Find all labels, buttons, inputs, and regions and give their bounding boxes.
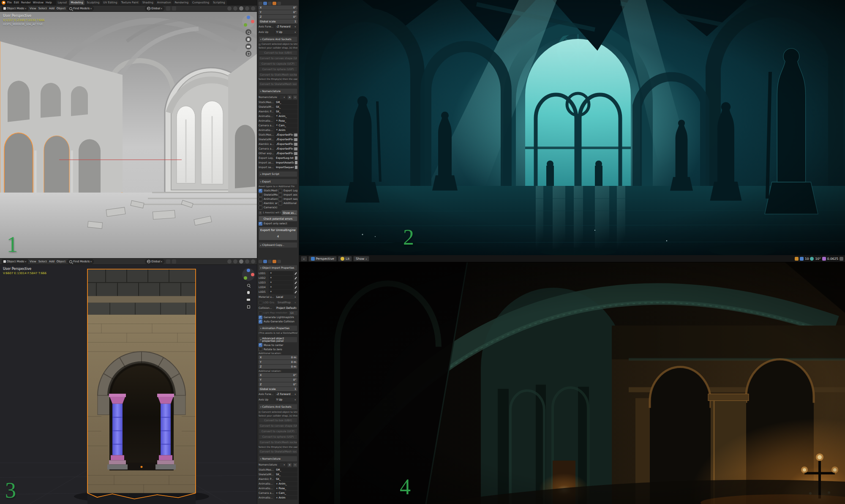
shading-wireframe-icon[interactable] <box>233 259 237 264</box>
advanced-checkbox-row[interactable]: Move to center <box>259 343 297 347</box>
prefix-input[interactable]: SM_ <box>275 468 297 472</box>
axis-z-dot[interactable] <box>247 269 250 272</box>
scale-snap-value[interactable]: 0.0625 <box>827 257 838 261</box>
convert-collision-row[interactable]: Convert selected object to Unreal collis… <box>259 43 297 46</box>
lightmap-value-field[interactable]: 64 <box>289 311 297 315</box>
eyedropper-icon[interactable] <box>294 276 297 280</box>
workspace-tab[interactable]: Shading <box>141 0 155 5</box>
eyedropper-icon[interactable] <box>294 281 297 285</box>
folder-icon[interactable] <box>294 133 297 136</box>
import-checkbox-row[interactable]: Auto Generate Collision <box>259 320 297 324</box>
presets-dropdown[interactable] <box>279 95 286 100</box>
pan-tool-icon[interactable] <box>245 36 251 42</box>
workspace-tab[interactable]: Animation <box>155 0 173 5</box>
rotation-field[interactable]: Z0° <box>259 382 297 387</box>
tool-tab-icon[interactable] <box>263 260 267 263</box>
perspective-toggle-icon[interactable] <box>245 51 251 57</box>
rotation-field[interactable]: Y0° <box>259 10 297 14</box>
workspace-tab[interactable]: Sculpting <box>85 0 101 5</box>
unreal-viewport-canvas[interactable]: 4 <box>299 262 845 504</box>
grid-snap-value[interactable]: 10 <box>805 257 809 261</box>
navigation-gizmo[interactable] <box>242 15 255 28</box>
asset-type-checkbox-row[interactable]: Alembic animatio... <box>259 202 278 205</box>
eyedropper-icon[interactable] <box>294 286 297 289</box>
global-scale-field[interactable]: Global scale1 <box>259 387 297 391</box>
grid-snap-icon[interactable] <box>800 257 804 261</box>
camera-view-icon[interactable] <box>245 297 251 302</box>
workspace-tab[interactable]: Modeling <box>69 0 84 5</box>
rotation-field[interactable]: Y0° <box>259 378 297 382</box>
convert-skeletal-socket-button[interactable]: Convert to SkeletalMesh socket <box>259 82 297 87</box>
convert-button[interactable]: Convert to convex shape (UCX) <box>259 56 297 61</box>
path-input[interactable]: ./ExportedFbx/StaticMesh <box>275 133 293 137</box>
viewport-menu-item[interactable]: Object <box>57 260 65 263</box>
checkbox[interactable] <box>278 189 282 193</box>
menu-item[interactable]: Window <box>33 1 44 4</box>
collisions-section-header[interactable]: Collisions And Sockets <box>259 36 297 42</box>
viewport-options-button[interactable] <box>301 256 307 262</box>
unreal-render-view[interactable]: 2 <box>299 0 845 255</box>
checkbox[interactable] <box>259 189 262 193</box>
asset-type-checkbox-row[interactable]: SkeletalMesh(s) <box>259 193 278 197</box>
eyedropper-icon[interactable] <box>294 290 297 294</box>
shading-wireframe-icon[interactable] <box>233 6 237 11</box>
snap-magnet-icon[interactable] <box>166 259 170 264</box>
menu-item[interactable]: Edit <box>14 1 19 4</box>
show-button[interactable]: Show <box>353 256 369 262</box>
axis-x-dot[interactable] <box>251 273 254 276</box>
convert-button[interactable]: Convert to sphere (USP) <box>259 67 297 72</box>
menu-item[interactable]: File <box>7 1 12 4</box>
prefix-input[interactable]: SM_ <box>275 100 297 104</box>
viewport-menu-item[interactable]: Object <box>57 7 65 10</box>
panel-menu-icon[interactable] <box>259 260 262 263</box>
rotation-field[interactable]: Z0° <box>259 15 297 19</box>
proportional-edit-icon[interactable] <box>172 259 176 264</box>
advanced-properties-header[interactable]: Advanced object properties panel <box>259 337 297 343</box>
lod-input[interactable] <box>269 285 293 289</box>
checkbox[interactable] <box>278 197 282 201</box>
path-input[interactable]: ./ExportedFbx/SkeletalMesh <box>275 137 293 142</box>
axis-up-dropdown[interactable]: Y Up <box>275 30 297 35</box>
checkbox[interactable] <box>259 320 262 324</box>
convert-button[interactable]: Convert to box (UBX) <box>259 418 297 423</box>
workspace-tab[interactable]: Texture Paint <box>120 0 140 5</box>
axis-forward-dropdown[interactable]: -Z Forward <box>275 392 297 397</box>
item-tab-icon[interactable] <box>277 260 281 263</box>
mode-dropdown[interactable]: Object Mode <box>2 259 28 264</box>
clear-icon[interactable] <box>276 488 278 490</box>
convert-button[interactable]: Convert to capsule (UCP) <box>259 61 297 66</box>
clear-icon[interactable] <box>270 281 272 284</box>
prefix-input[interactable]: Cam_ <box>275 491 297 495</box>
clear-icon[interactable] <box>276 483 278 485</box>
file-input[interactable]: ExportLog.txt <box>275 156 294 160</box>
item-tab-icon[interactable] <box>277 2 281 5</box>
find-models-dropdown[interactable]: Find Models <box>67 6 93 11</box>
perspective-toggle-icon[interactable] <box>245 304 251 310</box>
shading-rendered-icon[interactable] <box>251 259 255 264</box>
orientation-dropdown[interactable]: Global <box>145 6 164 11</box>
convert-skeletal-socket-button[interactable]: Convert to SkeletalMesh socket <box>259 449 297 454</box>
folder-icon[interactable] <box>294 138 297 141</box>
checkbox[interactable] <box>259 193 262 197</box>
blender-viewport-bottom[interactable]: User Perspective V:6607 E:13014 F:5847 T… <box>0 265 257 504</box>
prefix-input[interactable]: SK_ <box>275 472 297 477</box>
find-models-dropdown[interactable]: Find Models <box>67 259 93 264</box>
remove-preset-button[interactable] <box>293 463 297 467</box>
maximize-viewport-icon[interactable] <box>840 257 843 261</box>
collisions-section-header[interactable]: Collisions And Sockets <box>259 404 297 410</box>
mode-dropdown[interactable]: Object Mode <box>2 6 28 11</box>
convert-button[interactable]: Convert to box (UBX) <box>259 50 297 55</box>
prefix-input[interactable]: Anim_ <box>275 482 297 486</box>
collision-preset-dropdown[interactable]: Project Default <box>275 305 297 311</box>
rotation-field[interactable]: X0° <box>259 373 297 377</box>
remove-preset-button[interactable] <box>293 95 297 100</box>
folder-icon[interactable] <box>294 147 297 150</box>
clear-icon[interactable] <box>276 124 278 127</box>
view-tab-icon[interactable] <box>268 260 272 263</box>
viewport-menu-item[interactable]: View <box>30 7 36 10</box>
animation-properties-header[interactable]: Animation Properties <box>259 325 297 331</box>
checkbox[interactable] <box>259 316 262 319</box>
file-input[interactable]: ImportSequencerScript.py <box>275 165 294 169</box>
add-preset-button[interactable] <box>287 463 292 467</box>
nomenclature-section-header[interactable]: Nomenclature <box>259 88 297 94</box>
